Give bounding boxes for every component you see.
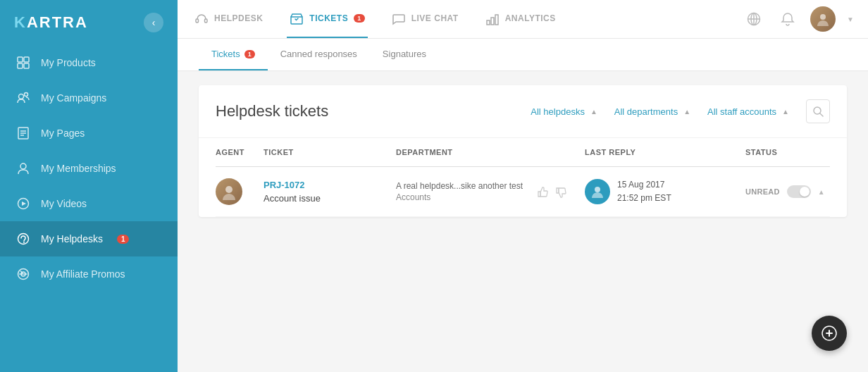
- content-area: Helpdesk tickets All helpdesks ▲ All dep…: [178, 71, 868, 372]
- topnav-livechat[interactable]: LIVE CHAT: [389, 0, 461, 38]
- dept-name: Accounts: [396, 192, 531, 202]
- headset-icon: [194, 11, 209, 25]
- filter-helpdesks-label: All helpdesks: [531, 106, 585, 117]
- ticket-info: PRJ-1072 Account issue: [264, 180, 390, 204]
- svg-point-4: [19, 94, 24, 99]
- col-status: STATUS: [745, 148, 830, 156]
- search-button[interactable]: [806, 99, 830, 123]
- department-cell: A real helpdesk...sike another test Acco…: [396, 181, 531, 202]
- videos-icon: [16, 196, 31, 211]
- reply-time: 15 Aug 2017 21:52 pm EST: [617, 178, 671, 205]
- sidebar-logo-area: KARTRA ‹: [0, 0, 178, 45]
- analytics-icon: [485, 11, 500, 25]
- svg-point-31: [595, 187, 600, 192]
- filter-departments[interactable]: All departments ▲: [614, 106, 690, 117]
- sidebar-item-products[interactable]: My Products: [0, 45, 178, 80]
- user-avatar[interactable]: [810, 6, 836, 32]
- topnav-livechat-label: LIVE CHAT: [411, 13, 459, 23]
- sidebar-item-label: My Pages: [41, 128, 85, 139]
- affiliate-icon: [16, 266, 31, 282]
- sub-tabs: Tickets 1 Canned responses Signatures: [178, 39, 868, 71]
- subtab-signatures[interactable]: Signatures: [370, 39, 439, 70]
- last-reply-cell: 15 Aug 2017 21:52 pm EST: [585, 178, 740, 205]
- memberships-icon: [16, 161, 31, 176]
- reply-date: 15 Aug 2017: [617, 178, 671, 192]
- table-row: PRJ-1072 Account issue A real helpdesk..…: [216, 167, 830, 217]
- filter-staff-label: All staff accounts: [707, 106, 776, 117]
- filter-staff[interactable]: All staff accounts ▲: [707, 106, 789, 117]
- sidebar-item-videos[interactable]: My Videos: [0, 186, 178, 221]
- filter-helpdesks[interactable]: All helpdesks ▲: [531, 106, 597, 117]
- topnav-tickets[interactable]: TICKETS 1: [287, 0, 367, 38]
- sidebar-item-label: My Products: [41, 57, 96, 68]
- subtab-canned[interactable]: Canned responses: [268, 39, 370, 70]
- col-last-reply: LAST REPLY: [585, 148, 740, 156]
- subtab-tickets-badge: 1: [244, 50, 255, 58]
- dept-description: A real helpdesk...sike another test: [396, 181, 531, 191]
- topnav-helpdesk-label: HELPDESK: [214, 13, 263, 23]
- svg-point-27: [820, 14, 826, 20]
- svg-rect-2: [18, 63, 23, 68]
- svg-rect-20: [487, 20, 490, 25]
- thumbs-up-icon[interactable]: [537, 185, 550, 199]
- topnav-helpdesk[interactable]: HELPDESK: [192, 0, 266, 38]
- svg-point-14: [23, 242, 25, 243]
- card-header: Helpdesk tickets All helpdesks ▲ All dep…: [199, 85, 847, 138]
- subtab-canned-label: Canned responses: [280, 49, 357, 59]
- thumbs-down-icon[interactable]: [555, 185, 568, 199]
- sidebar-item-campaigns[interactable]: My Campaigns: [0, 80, 178, 116]
- tickets-table: AGENT TICKET DEPARTMENT LAST REPLY STATU…: [199, 138, 847, 217]
- helpdesk-tickets-card: Helpdesk tickets All helpdesks ▲ All dep…: [199, 85, 847, 217]
- svg-rect-1: [24, 57, 29, 62]
- svg-rect-21: [491, 18, 494, 25]
- user-dropdown-arrow[interactable]: ▼: [847, 16, 854, 23]
- sidebar-item-pages[interactable]: My Pages: [0, 116, 178, 151]
- topnav-analytics[interactable]: ANALYTICS: [483, 0, 559, 38]
- logo: KARTRA: [14, 13, 88, 32]
- card-title: Helpdesk tickets: [216, 102, 328, 120]
- status-cell: UNREAD ▲: [745, 185, 830, 198]
- sidebar-item-helpdesks[interactable]: My Helpdesks 1: [0, 221, 178, 256]
- svg-rect-19: [205, 19, 208, 23]
- fab-button[interactable]: [812, 316, 847, 351]
- svg-point-13: [18, 234, 29, 244]
- subtab-tickets-label: Tickets: [211, 49, 240, 59]
- ticket-id[interactable]: PRJ-1072: [264, 180, 390, 190]
- ticket-subject: Account issue: [264, 193, 321, 204]
- subtab-tickets[interactable]: Tickets 1: [199, 39, 268, 70]
- agent-avatar: [216, 178, 242, 205]
- sidebar-item-memberships[interactable]: My Memberships: [0, 151, 178, 186]
- svg-marker-12: [22, 202, 26, 206]
- sidebar-item-label: My Affiliate Promos: [41, 268, 125, 280]
- svg-rect-0: [18, 57, 23, 62]
- reply-avatar: [585, 179, 610, 204]
- sidebar-item-label: My Campaigns: [41, 92, 106, 104]
- sidebar-item-label: My Memberships: [41, 163, 116, 174]
- col-ticket: TICKET: [264, 148, 390, 156]
- sidebar-collapse-button[interactable]: ‹: [144, 13, 163, 32]
- sidebar-item-affiliate[interactable]: My Affiliate Promos: [0, 256, 178, 292]
- dropdown-arrow-icon[interactable]: ▲: [818, 188, 825, 196]
- svg-point-30: [225, 186, 232, 193]
- topnav-analytics-label: ANALYTICS: [505, 13, 556, 23]
- tickets-badge: 1: [354, 14, 365, 23]
- bell-icon-button[interactable]: [776, 8, 799, 30]
- helpdesks-icon: [16, 231, 31, 247]
- chat-icon: [392, 11, 406, 25]
- svg-rect-3: [24, 63, 29, 68]
- chevron-down-icon: ▲: [782, 108, 789, 116]
- pages-icon: [16, 125, 31, 141]
- globe-icon-button[interactable]: [743, 8, 765, 30]
- filter-departments-label: All departments: [614, 106, 678, 117]
- products-icon: [16, 55, 31, 70]
- sidebar-item-label: My Helpdesks: [41, 233, 103, 244]
- topnav-right-area: ▼: [743, 6, 854, 32]
- helpdesks-badge: 1: [117, 235, 130, 244]
- status-toggle[interactable]: [787, 185, 811, 198]
- col-votes: [537, 148, 579, 156]
- status-label: UNREAD: [745, 187, 780, 196]
- svg-point-5: [25, 93, 28, 97]
- table-header-row: AGENT TICKET DEPARTMENT LAST REPLY STATU…: [216, 138, 830, 167]
- topnav-tickets-label: TICKETS: [309, 13, 348, 23]
- svg-line-29: [820, 113, 823, 116]
